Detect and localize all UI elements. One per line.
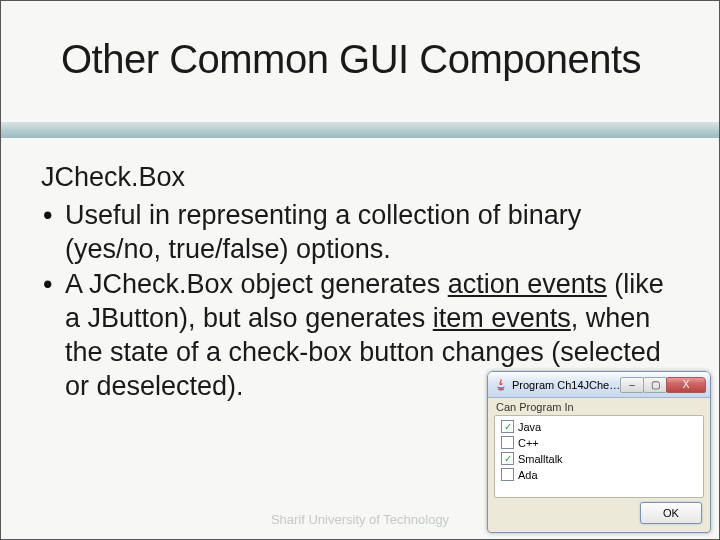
ok-button[interactable]: OK: [640, 502, 702, 524]
panel-label: Can Program In: [488, 398, 710, 415]
checkbox-label: Smalltalk: [518, 453, 563, 465]
bullet-item: Useful in representing a collection of b…: [41, 199, 679, 267]
maximize-button[interactable]: ▢: [643, 377, 667, 393]
bullet-emphasis: item events: [433, 303, 571, 333]
titlebar[interactable]: Program Ch14JCheckBoxSa... – ▢ X: [488, 372, 710, 398]
button-row: OK: [488, 502, 710, 532]
slide-body: JCheck.Box Useful in representing a coll…: [41, 161, 679, 405]
window-buttons: – ▢ X: [621, 377, 706, 393]
java-icon: [494, 378, 508, 392]
check-icon: ✓: [504, 454, 512, 464]
checkbox[interactable]: [501, 436, 514, 449]
checkbox-row[interactable]: C++: [501, 436, 697, 449]
subheading: JCheck.Box: [41, 161, 679, 195]
checkbox-row[interactable]: Ada: [501, 468, 697, 481]
check-icon: ✓: [504, 422, 512, 432]
bullet-text: Useful in representing a collection of b…: [65, 200, 581, 264]
checkbox-row[interactable]: ✓ Java: [501, 420, 697, 433]
checkbox[interactable]: [501, 468, 514, 481]
slide: Other Common GUI Components JCheck.Box U…: [0, 0, 720, 540]
checkbox-label: Java: [518, 421, 541, 433]
checkbox-label: C++: [518, 437, 539, 449]
bullet-emphasis: action events: [448, 269, 607, 299]
minimize-button[interactable]: –: [620, 377, 644, 393]
minimize-icon: –: [629, 379, 635, 390]
slide-title: Other Common GUI Components: [61, 37, 679, 82]
checkbox[interactable]: ✓: [501, 420, 514, 433]
close-button[interactable]: X: [666, 377, 706, 393]
checkbox-row[interactable]: ✓ Smalltalk: [501, 452, 697, 465]
close-icon: X: [683, 379, 690, 390]
bullet-text: A JCheck.Box object generates: [65, 269, 448, 299]
window-title: Program Ch14JCheckBoxSa...: [512, 379, 621, 391]
maximize-icon: ▢: [651, 379, 660, 390]
checkbox-label: Ada: [518, 469, 538, 481]
example-window: Program Ch14JCheckBoxSa... – ▢ X Can Pro…: [487, 371, 711, 533]
ok-label: OK: [663, 507, 679, 519]
checkbox[interactable]: ✓: [501, 452, 514, 465]
checkbox-panel: ✓ Java C++ ✓ Smalltalk Ada: [494, 415, 704, 498]
